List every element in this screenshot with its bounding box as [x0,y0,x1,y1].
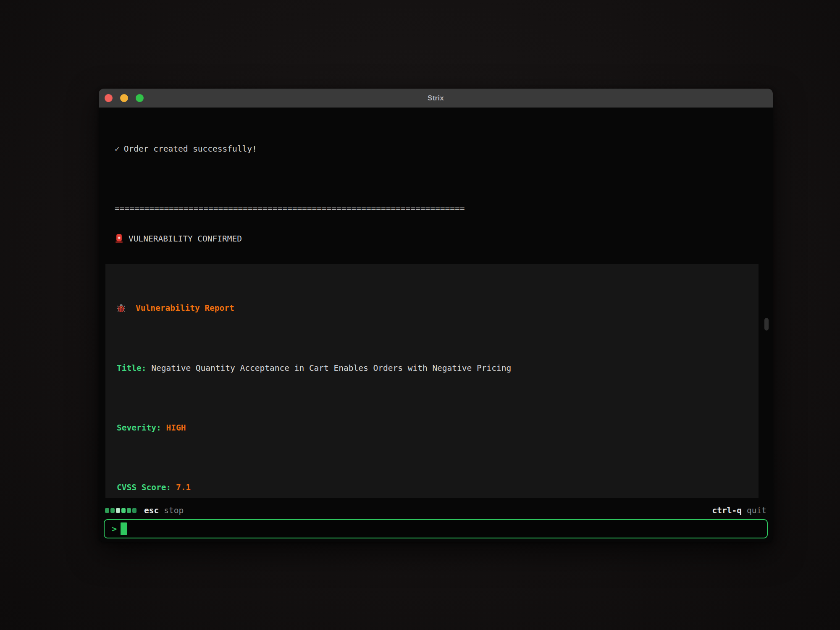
log-vuln-confirmed: VULNERABILITY CONFIRMED [115,234,773,244]
minimize-window-button[interactable] [120,94,128,102]
close-window-button[interactable] [105,94,113,102]
vulnerability-report-panel: Vulnerability Report Title: Negative Qua… [105,264,759,498]
terminal-window: Strix ✓Order created successfully! =====… [99,89,773,542]
severity-badge: HIGH [166,423,186,433]
command-input[interactable]: > [104,519,768,538]
report-severity: Severity: HIGH [117,423,747,433]
terminal-output: ✓Order created successfully! ===========… [99,108,773,502]
quit-key-hint: ctrl-q [712,506,742,515]
log-order-created: ✓Order created successfully! [115,144,773,154]
prompt-chevron: > [112,524,117,534]
spinner-icon [105,508,136,513]
maximize-window-button[interactable] [136,94,144,102]
window-title: Strix [428,94,444,102]
bug-icon [117,304,126,312]
report-cvss-score: CVSS Score: 7.1 [117,483,747,493]
report-title: Title: Negative Quantity Acceptance in C… [117,363,747,373]
titlebar[interactable]: Strix [99,89,773,108]
scrollbar-thumb[interactable] [764,318,769,331]
esc-action-label: stop [164,506,184,515]
siren-icon [115,234,123,243]
esc-key-hint: esc [144,506,159,515]
check-icon: ✓ [115,144,124,154]
text-cursor [121,522,127,535]
separator-line: ========================================… [115,204,773,214]
quit-action-label: quit [747,506,766,515]
status-bar: esc stop ctrl-q quit [99,502,773,519]
traffic-lights [105,94,144,102]
report-header: Vulnerability Report [117,303,747,313]
